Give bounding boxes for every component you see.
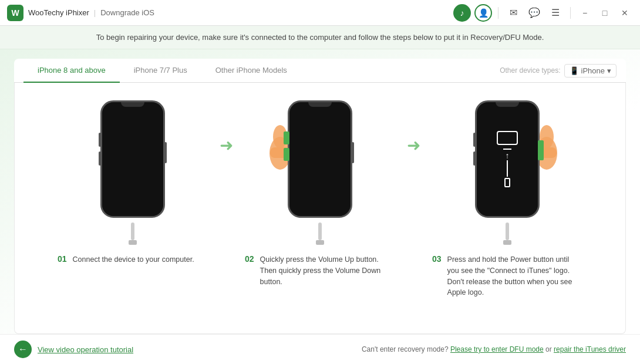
- tab-other-iphone[interactable]: Other iPhone Models: [201, 59, 301, 83]
- step1-desc: 01 Connect the device to your computer.: [50, 252, 215, 268]
- cable-end-2: [316, 240, 324, 245]
- phone-small-icon: 📱: [570, 66, 579, 75]
- titlebar-divider: [498, 7, 498, 19]
- phone-screen-2: [289, 102, 351, 216]
- dfu-mode-link[interactable]: Please try to enter DFU mode: [450, 345, 544, 353]
- step-1: 01 Connect the device to your computer.: [50, 95, 215, 268]
- info-message: To begin repairing your device, make sur…: [96, 33, 544, 42]
- maximize-button[interactable]: □: [597, 5, 613, 21]
- device-type-label: Other device types:: [500, 66, 560, 75]
- step1-num: 01: [58, 254, 67, 264]
- side-btn-left-3: [473, 133, 476, 147]
- back-button[interactable]: ←: [14, 341, 32, 358]
- step1-text: Connect the device to your computer.: [73, 254, 194, 265]
- itunes-plug: [504, 178, 510, 187]
- device-selected-value: iPhone: [581, 66, 605, 75]
- title-separator: |: [94, 8, 96, 17]
- phone-body-2: [288, 100, 352, 218]
- user-icon[interactable]: 👤: [474, 4, 492, 22]
- itunes-screen: ↑: [477, 102, 538, 216]
- app-name: WooTechy iPhixer: [28, 8, 89, 17]
- titlebar-right: ♪ 👤 ✉ 💬 ☰ − □ ✕: [453, 4, 633, 22]
- footer: ← View video operation tutorial Can't en…: [0, 334, 640, 364]
- menu-icon[interactable]: ☰: [547, 4, 564, 22]
- app-logo: W: [7, 5, 23, 21]
- or-text: or: [545, 345, 554, 353]
- device-dropdown[interactable]: 📱 iPhone ▾: [564, 64, 617, 77]
- vol-btns-2: [284, 132, 289, 161]
- close-button[interactable]: ✕: [617, 5, 633, 21]
- itunes-icon: [497, 131, 518, 145]
- cable-3: [506, 223, 509, 240]
- arrow-2: ➜: [402, 95, 425, 155]
- pwr-btn-green: [538, 140, 544, 160]
- cable-1: [131, 223, 134, 240]
- phone-notch-1: [121, 102, 144, 107]
- itunes-cable: ↑: [504, 150, 510, 187]
- cable-end-3: [503, 240, 511, 245]
- steps-row: 01 Connect the device to your computer. …: [15, 83, 625, 333]
- step3-num: 03: [432, 254, 442, 264]
- arrow-1: ➜: [215, 95, 238, 155]
- main-content: iPhone 8 and above iPhone 7/7 Plus Other…: [0, 49, 640, 334]
- titlebar: W WooTechy iPhixer | Downgrade iOS ♪ 👤 ✉…: [0, 0, 640, 26]
- arrow-right-icon-1: ➜: [220, 136, 233, 155]
- itunes-arrow: ↑: [506, 151, 510, 160]
- phone-body-1: [100, 100, 165, 218]
- phone-screen-1: [102, 102, 163, 216]
- itunes-driver-link[interactable]: repair the iTunes driver: [554, 345, 626, 353]
- phone-notch-2: [308, 102, 332, 107]
- side-btn-right-2: [352, 142, 354, 163]
- step3-phone: ↑: [463, 95, 551, 224]
- vol-up-btn: [284, 132, 289, 144]
- footer-right: Can't enter recovery mode? Please try to…: [362, 345, 626, 353]
- step3-text: Press and hold the Power button until yo…: [447, 254, 582, 298]
- chat-icon[interactable]: 💬: [526, 4, 543, 22]
- step3-desc: 03 Press and hold the Power button until…: [425, 252, 590, 301]
- music-icon[interactable]: ♪: [453, 4, 471, 22]
- side-btn-left2-1: [99, 151, 101, 166]
- info-bar: To begin repairing your device, make sur…: [0, 26, 640, 49]
- phone-screen-3: ↑: [477, 102, 538, 216]
- chevron-down-icon: ▾: [607, 66, 611, 75]
- cable-2: [318, 223, 322, 240]
- steps-container: 01 Connect the device to your computer. …: [14, 83, 626, 334]
- cant-enter-text: Can't enter recovery mode?: [362, 345, 449, 353]
- step-3: ↑: [425, 95, 590, 301]
- device-type-selector: Other device types: 📱 iPhone ▾: [500, 59, 617, 82]
- step1-phone: [89, 95, 177, 224]
- tab-iphone7[interactable]: iPhone 7/7 Plus: [120, 59, 201, 83]
- arrow-right-icon-2: ➜: [407, 136, 420, 155]
- phone-notch-3: [496, 102, 519, 107]
- step-2: 02 Quickly press the Volume Up button. T…: [238, 95, 402, 289]
- step2-num: 02: [245, 254, 254, 264]
- side-btn-left2-3: [473, 151, 476, 166]
- phone-body-3: ↑: [475, 100, 540, 218]
- minimize-button[interactable]: −: [577, 5, 593, 21]
- back-icon: ←: [18, 344, 28, 355]
- titlebar-divider2: [570, 7, 571, 19]
- step2-desc: 02 Quickly press the Volume Up button. T…: [238, 252, 402, 289]
- vol-down-btn: [284, 148, 289, 161]
- cable-end-1: [129, 240, 137, 245]
- page-subtitle: Downgrade iOS: [100, 8, 154, 17]
- tab-bar: iPhone 8 and above iPhone 7/7 Plus Other…: [14, 59, 626, 83]
- step2-text: Quickly press the Volume Up button. Then…: [260, 254, 395, 287]
- tab-iphone8[interactable]: iPhone 8 and above: [23, 59, 120, 83]
- side-btn-right-1: [164, 142, 167, 163]
- footer-left: ← View video operation tutorial: [14, 341, 133, 358]
- step2-phone: [276, 95, 364, 224]
- mail-icon[interactable]: ✉: [504, 4, 522, 22]
- side-btn-left-1: [99, 133, 101, 147]
- video-tutorial-link[interactable]: View video operation tutorial: [38, 345, 133, 354]
